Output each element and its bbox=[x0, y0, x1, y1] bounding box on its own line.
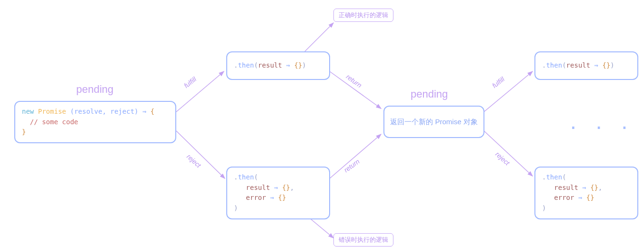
then-result-error-code-2: .then( result ⇒ {}, error ⇒ {} ) bbox=[542, 172, 631, 214]
svg-line-2 bbox=[305, 23, 333, 51]
pending-title-2: pending bbox=[411, 88, 448, 100]
return-promise-box: 返回一个新的 Promise 对象 bbox=[383, 106, 484, 138]
new-promise-box: new Promise (resolve, reject) ⇒ { // som… bbox=[14, 101, 176, 143]
diagram-stage: pending new Promise (resolve, reject) ⇒ … bbox=[0, 0, 644, 247]
ellipsis: . . . bbox=[569, 117, 633, 132]
then-result-error-box-2: .then( result ⇒ {}, error ⇒ {} ) bbox=[534, 167, 638, 219]
then-result-error-box-1: .then( result ⇒ {}, error ⇒ {} ) bbox=[226, 167, 330, 219]
svg-line-5 bbox=[330, 134, 381, 178]
correct-logic-note: 正确时执行的逻辑 bbox=[333, 9, 393, 22]
fulfill-label-1: fulfill bbox=[182, 75, 198, 89]
return-label-1: return bbox=[345, 73, 363, 89]
svg-line-6 bbox=[484, 71, 533, 112]
return-promise-text: 返回一个新的 Promise 对象 bbox=[384, 107, 483, 137]
svg-line-7 bbox=[484, 131, 533, 176]
then-result-box-2: .then(result ⇒ {}) bbox=[534, 51, 638, 80]
new-promise-code: new Promise (resolve, reject) ⇒ { // som… bbox=[22, 107, 169, 138]
then-result-code-2: .then(result ⇒ {}) bbox=[542, 60, 614, 71]
reject-label-2: reject bbox=[494, 150, 511, 167]
svg-line-0 bbox=[176, 71, 224, 112]
return-label-2: return bbox=[342, 158, 361, 174]
svg-line-1 bbox=[176, 131, 225, 178]
then-result-box-1: .then(result ⇒ {}) bbox=[226, 51, 330, 80]
then-result-error-code-1: .then( result ⇒ {}, error ⇒ {} ) bbox=[234, 172, 322, 214]
reject-label-1: reject bbox=[185, 153, 202, 169]
then-result-code-1: .then(result ⇒ {}) bbox=[234, 60, 306, 71]
pending-title-1: pending bbox=[76, 83, 113, 96]
error-logic-note: 错误时执行的逻辑 bbox=[333, 233, 393, 247]
fulfill-label-2: fulfill bbox=[491, 75, 506, 89]
